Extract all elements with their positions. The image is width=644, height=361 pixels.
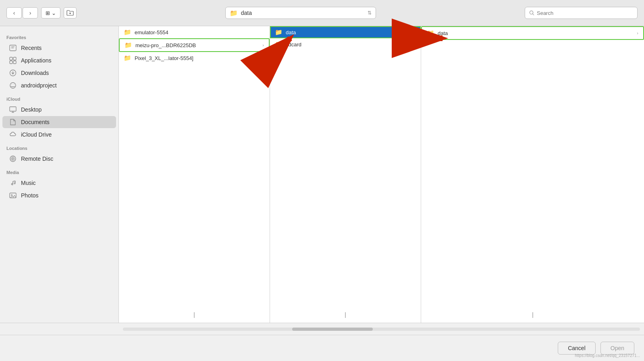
downloads-label: Downloads (21, 70, 49, 76)
col2-item-sdcard-name: sdcard (286, 41, 411, 48)
url-watermark: https://blog.csdn.net/qq_23157271... (575, 353, 640, 358)
folder-icon: 📁 (125, 41, 132, 49)
col1-item-pixel-name: Pixel_3_XL_...lator-5554] (135, 55, 260, 61)
col2-item-sdcard[interactable]: 📁 sdcard › (270, 38, 421, 50)
folder-icon: 📁 (275, 41, 283, 48)
path-folder-name: data (241, 10, 252, 16)
col1-item-pixel[interactable]: 📁 Pixel_3_XL_...lator-5554] › (119, 52, 270, 64)
desktop-icon (9, 106, 17, 114)
photos-icon (9, 191, 17, 199)
photos-label: Photos (21, 192, 39, 199)
applications-icon (9, 56, 17, 64)
recents-icon (9, 44, 17, 52)
sidebar-item-androidproject[interactable]: androidproject (2, 79, 116, 91)
view-button[interactable]: ⊞ ⌄ (41, 7, 60, 19)
remote-disc-icon (9, 155, 17, 163)
svg-point-21 (11, 157, 15, 161)
col1-item-emulator[interactable]: 📁 emulator-5554 (119, 26, 270, 38)
sidebar-item-documents[interactable]: Documents (2, 116, 116, 128)
folder-icon: 📁 (275, 29, 283, 36)
toolbar: ‹ › ⊞ ⌄ 📁 data ⇅ (0, 0, 644, 26)
footer: Cancel Open (0, 335, 644, 361)
chevron-icon: › (263, 56, 265, 60)
folder-icon: 📁 (124, 29, 131, 36)
col1-item-emulator-name: emulator-5554 (135, 29, 265, 35)
open-button[interactable]: Open (600, 342, 634, 355)
column-1: 📁 emulator-5554 📁 meizu-pro_...BDR6225DB… (119, 26, 270, 323)
music-icon (9, 179, 17, 187)
svg-point-20 (12, 158, 14, 160)
nav-group: ‹ › (6, 7, 38, 19)
path-folder-icon: 📁 (230, 9, 238, 17)
col2-item-data-name: data (286, 29, 411, 35)
column-view: 📁 emulator-5554 📁 meizu-pro_...BDR6225DB… (119, 26, 644, 323)
search-icon (529, 10, 534, 16)
back-button[interactable]: ‹ (6, 7, 22, 19)
chevron-icon: › (414, 30, 416, 35)
favorites-section-title: Favorites (0, 30, 118, 41)
documents-label: Documents (21, 119, 50, 125)
col3-item-data[interactable]: 📁 data › (421, 26, 644, 40)
col2-item-data[interactable]: 📁 data › (270, 26, 421, 38)
applications-label: Applications (21, 57, 52, 64)
icloud-drive-label: iCloud Drive (21, 131, 52, 138)
path-selector[interactable]: 📁 data ⇅ (225, 7, 376, 19)
horizontal-scrollbar[interactable] (123, 328, 640, 331)
svg-point-2 (530, 11, 533, 14)
sidebar-item-recents[interactable]: Recents (2, 42, 116, 54)
column-3: 📁 data › (421, 26, 644, 323)
folder-icon: 📁 (427, 29, 434, 37)
new-folder-button[interactable] (64, 7, 77, 19)
chevron-icon: › (414, 42, 416, 47)
svg-rect-22 (10, 193, 16, 198)
cancel-button[interactable]: Cancel (558, 342, 596, 355)
sidebar-item-remote-disc[interactable]: Remote Disc (2, 153, 116, 165)
main-area: Favorites Recents Applications Downloads (0, 26, 644, 323)
svg-rect-8 (13, 57, 16, 60)
svg-rect-9 (10, 61, 12, 64)
sidebar-item-desktop[interactable]: Desktop (2, 104, 116, 116)
col3-item-data-name: data (438, 30, 634, 36)
col1-item-meizu-name: meizu-pro_...BDR6225DB (135, 42, 259, 48)
svg-rect-16 (10, 107, 16, 111)
music-label: Music (21, 180, 36, 186)
scrollbar-thumb[interactable] (292, 328, 373, 331)
chevron-icon: › (262, 43, 264, 48)
sidebar-item-applications[interactable]: Applications (2, 54, 116, 66)
downloads-icon (9, 69, 17, 77)
sidebar-item-music[interactable]: Music (2, 177, 116, 189)
view-chevron-icon: ⌄ (52, 10, 56, 16)
desktop-label: Desktop (21, 106, 42, 113)
icloud-drive-icon (9, 131, 17, 139)
col1-item-meizu[interactable]: 📁 meizu-pro_...BDR6225DB › (119, 38, 270, 52)
column-2: 📁 data › 📁 sdcard › (270, 26, 421, 323)
recents-label: Recents (21, 45, 42, 51)
folder-icon: 📁 (124, 54, 131, 62)
svg-rect-7 (10, 57, 12, 60)
locations-section-title: Locations (0, 141, 118, 152)
svg-point-23 (11, 195, 12, 196)
androidproject-icon (9, 81, 17, 89)
view-icon: ⊞ (46, 10, 50, 16)
sidebar: Favorites Recents Applications Downloads (0, 26, 119, 323)
file-dialog: ‹ › ⊞ ⌄ 📁 data ⇅ (0, 0, 644, 361)
media-section-title: Media (0, 165, 118, 176)
search-input[interactable] (537, 10, 633, 16)
svg-rect-10 (13, 61, 16, 64)
forward-button[interactable]: › (23, 7, 38, 19)
sidebar-item-icloud-drive[interactable]: iCloud Drive (2, 129, 116, 141)
remote-disc-label: Remote Disc (21, 156, 53, 162)
bottom-scroll-area (0, 323, 644, 335)
svg-point-13 (10, 83, 16, 88)
sidebar-item-photos[interactable]: Photos (2, 189, 116, 201)
documents-icon (9, 118, 17, 126)
icloud-section-title: iCloud (0, 92, 118, 103)
androidproject-label: androidproject (21, 82, 57, 89)
search-box[interactable] (525, 7, 638, 19)
path-arrows-icon: ⇅ (368, 10, 372, 16)
chevron-icon: › (637, 31, 638, 35)
svg-line-3 (533, 14, 534, 15)
sidebar-item-downloads[interactable]: Downloads (2, 67, 116, 79)
